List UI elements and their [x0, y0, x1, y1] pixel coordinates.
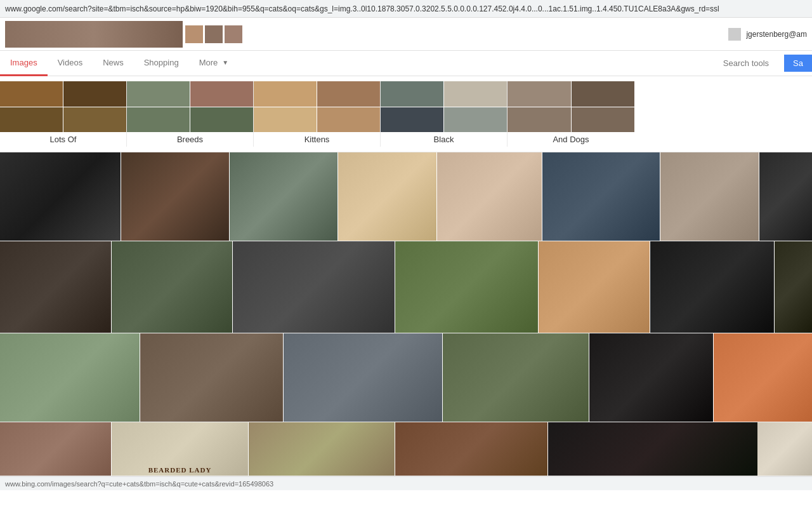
- image-cell[interactable]: [284, 333, 442, 422]
- tab-shopping[interactable]: Shopping: [134, 51, 189, 76]
- thumb-small-1: [185, 25, 203, 43]
- image-cell[interactable]: [140, 333, 283, 422]
- image-cell[interactable]: [0, 422, 111, 476]
- cat-img: [0, 81, 63, 107]
- image-thumb: [443, 333, 589, 422]
- cat-img: [63, 107, 126, 133]
- cat-img: [254, 107, 317, 133]
- image-cell[interactable]: [437, 152, 542, 241]
- image-cell[interactable]: [548, 422, 757, 476]
- category-thumb-breeds: [127, 81, 253, 132]
- image-thumb: [542, 152, 660, 241]
- category-label-and-dogs: And Dogs: [553, 132, 589, 147]
- bottom-bar: www.bing.com/images/search?q=cute+cats&t…: [0, 476, 812, 490]
- cat-img: [63, 81, 126, 107]
- image-cell[interactable]: [759, 152, 812, 241]
- account-email[interactable]: jgerstenberg@am: [746, 30, 807, 39]
- search-thumbnails: [5, 21, 728, 48]
- image-thumb: [539, 241, 650, 333]
- category-thumb-and-dogs: [508, 81, 634, 132]
- image-cell[interactable]: [395, 422, 547, 476]
- image-cell[interactable]: [112, 241, 232, 333]
- nav-tabs: Images Videos News Shopping More ▼ Searc…: [0, 51, 812, 76]
- image-thumb: BEARDED LADY: [112, 422, 248, 476]
- image-cell[interactable]: [443, 333, 589, 422]
- categories-row: Lots Of Breeds Kittens: [0, 81, 812, 147]
- category-and-dogs[interactable]: And Dogs: [508, 81, 634, 147]
- image-cell[interactable]: [775, 241, 812, 333]
- image-cell[interactable]: [589, 333, 713, 422]
- image-cell[interactable]: [714, 333, 812, 422]
- top-bar: jgerstenberg@am: [0, 18, 812, 51]
- tab-images[interactable]: Images: [0, 51, 48, 76]
- image-cell[interactable]: [249, 422, 395, 476]
- image-cell[interactable]: [0, 152, 121, 241]
- image-thumb: [759, 152, 812, 241]
- image-cell[interactable]: [395, 241, 538, 333]
- image-thumb: [660, 152, 759, 241]
- thumb-banner: [5, 21, 183, 48]
- cat-img: [190, 107, 253, 133]
- status-url: www.bing.com/images/search?q=cute+cats&t…: [5, 480, 273, 488]
- search-tools-button[interactable]: Search tools: [713, 52, 779, 74]
- image-row-3: [0, 333, 812, 422]
- image-row-1: [0, 152, 812, 241]
- image-thumb: [112, 241, 232, 333]
- image-thumb: [121, 152, 229, 241]
- image-row-2: [0, 241, 812, 333]
- image-thumb: [0, 241, 111, 333]
- url-text: www.google.com/search?site=&tbm=isch&sou…: [5, 4, 719, 13]
- image-cell-bearded-lady[interactable]: BEARDED LADY: [112, 422, 248, 476]
- image-thumb: [338, 152, 436, 241]
- categories-section: Lots Of Breeds Kittens: [0, 76, 812, 152]
- image-cell[interactable]: [650, 241, 774, 333]
- category-label-black: Black: [434, 132, 454, 147]
- image-cell[interactable]: [539, 241, 650, 333]
- image-cell[interactable]: [121, 152, 229, 241]
- image-thumb: [0, 333, 140, 422]
- chevron-down-icon: ▼: [222, 59, 228, 66]
- image-thumb: [284, 333, 442, 422]
- image-row-4: BEARDED LADY: [0, 422, 812, 476]
- image-thumb: [714, 333, 812, 422]
- category-thumb-lots-of: [0, 81, 126, 132]
- category-black[interactable]: Black: [381, 81, 508, 147]
- cat-img: [508, 107, 571, 133]
- account-area: jgerstenberg@am: [728, 28, 807, 41]
- tab-news[interactable]: News: [93, 51, 134, 76]
- image-cell[interactable]: [233, 241, 395, 333]
- tab-videos[interactable]: Videos: [48, 51, 93, 76]
- category-label-kittens: Kittens: [304, 132, 330, 147]
- category-thumb-black: [381, 81, 507, 132]
- cat-img: [190, 81, 253, 107]
- cat-img: [317, 107, 380, 133]
- image-cell[interactable]: [660, 152, 759, 241]
- image-cell[interactable]: [542, 152, 660, 241]
- image-thumb: [650, 241, 774, 333]
- image-thumb: [233, 241, 395, 333]
- cat-img: [572, 81, 635, 107]
- cat-img: [127, 107, 190, 133]
- category-label-breeds: Breeds: [177, 132, 203, 147]
- image-cell[interactable]: [757, 422, 812, 476]
- category-kittens[interactable]: Kittens: [254, 81, 381, 147]
- image-cell[interactable]: [0, 333, 140, 422]
- grid-icon: [728, 28, 741, 41]
- category-breeds[interactable]: Breeds: [127, 81, 254, 147]
- image-thumb: [0, 422, 111, 476]
- image-cell[interactable]: [0, 241, 111, 333]
- image-thumb: [437, 152, 542, 241]
- cat-img: [381, 107, 443, 133]
- image-cell[interactable]: [338, 152, 436, 241]
- image-thumb: [589, 333, 713, 422]
- cat-img: [317, 81, 380, 107]
- cat-img: [254, 81, 317, 107]
- sa-button[interactable]: Sa: [784, 55, 812, 72]
- cat-img: [572, 107, 635, 133]
- category-thumb-kittens: [254, 81, 380, 132]
- tab-more[interactable]: More ▼: [189, 51, 239, 76]
- image-thumb: [395, 241, 538, 333]
- category-lots-of[interactable]: Lots Of: [0, 81, 127, 147]
- image-thumb: [140, 333, 283, 422]
- image-cell[interactable]: [230, 152, 337, 241]
